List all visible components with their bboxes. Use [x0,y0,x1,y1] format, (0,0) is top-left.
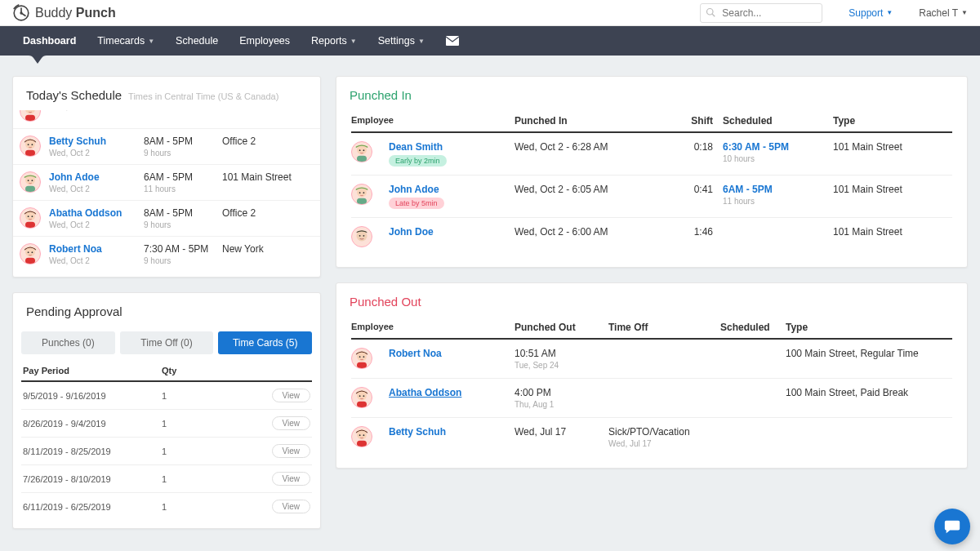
view-button[interactable]: View [272,389,311,402]
punch-type: 101 Main Street [833,226,952,238]
envelope-icon [446,36,459,46]
employee-link[interactable]: Abatha Oddson [49,207,144,219]
pending-row: 7/26/2019 - 8/10/2019 1 View [21,465,312,493]
schedule-date: Wed, Oct 2 [49,149,144,158]
pay-period: 8/11/2019 - 8/25/2019 [23,447,162,456]
view-button[interactable]: View [272,500,311,513]
logo[interactable]: Buddy Punch [12,4,116,22]
avatar [20,136,41,157]
qty: 1 [162,474,243,484]
nav-reports[interactable]: Reports▼ [301,26,368,56]
nav-employees[interactable]: Employees [229,26,301,56]
chevron-down-icon: ▼ [418,38,425,45]
nav-timecards[interactable]: Timecards▼ [87,26,165,56]
employee-link[interactable]: Betty Schuh [49,136,144,147]
pay-period: 8/26/2019 - 9/4/2019 [23,419,162,429]
schedule-hours: 9 hours [144,220,222,229]
user-menu[interactable]: Rachel T ▼ [919,7,968,19]
punch-type: 100 Main Street, Regular Time [786,348,952,359]
pending-row: 8/26/2019 - 9/4/2019 1 View [21,410,312,438]
avatar [351,184,372,205]
schedule-row: Robert Noa Wed, Oct 2 7:30 AM - 5PM 9 ho… [13,237,320,272]
search-input[interactable] [700,3,822,23]
schedule-row: Abatha Oddson Wed, Oct 2 8AM - 5PM 9 hou… [13,201,320,237]
tab-timeoff[interactable]: Time Off (0) [120,331,214,354]
punch-type: 101 Main Street [833,141,952,153]
col-punched-in: Punched In [514,115,678,127]
shift-duration: 0:18 [678,141,723,153]
scheduled-link[interactable]: 6:30 AM - 5PM [723,141,789,153]
schedule-hours: 10 hours [144,110,222,111]
schedule-row: Betty Schuh Wed, Oct 2 8AM - 5PM 9 hours… [13,129,320,165]
employee-link[interactable]: Robert Noa [49,243,144,255]
search-icon [706,7,715,20]
nav-messages[interactable] [435,26,470,56]
support-link[interactable]: Support ▼ [849,7,893,19]
avatar [351,426,372,447]
schedule-time: 8AM - 5PM [144,207,222,219]
punch-type: 100 Main Street, Paid Break [786,387,952,398]
col-employee: Employee [351,322,514,333]
employee-link[interactable]: Betty Schuh [389,426,446,438]
schedule-time: 8AM - 5PM [144,136,222,147]
chevron-down-icon: ▼ [961,9,968,16]
chat-button[interactable] [934,509,970,544]
avatar [351,226,372,247]
nav-settings[interactable]: Settings▼ [368,26,435,56]
pending-row: 6/11/2019 - 6/25/2019 1 View [21,493,312,520]
punched-out-row: Betty Schuh Wed, Jul 17 Sick/PTO/Vacatio… [351,418,952,456]
pending-row: 8/11/2019 - 8/25/2019 1 View [21,438,312,465]
punch-time: Wed, Oct 2 - 6:00 AM [514,226,678,238]
shift-duration: 1:46 [678,226,723,238]
employee-link[interactable]: Dean Smith [389,141,447,153]
clock-icon [12,4,30,22]
card-title: Punched In [350,88,412,102]
nav-bar: Dashboard Timecards▼ Schedule Employees … [0,26,980,56]
view-button[interactable]: View [272,472,311,486]
punched-out-row: Robert Noa 10:51 AM Tue, Sep 24 100 Main… [351,340,952,379]
qty: 1 [162,502,243,512]
employee-link[interactable]: Robert Noa [389,348,442,359]
schedule-row: John Adoe Wed, Oct 2 6AM - 5PM 11 hours … [13,165,320,201]
chevron-down-icon: ▼ [350,38,357,45]
status-badge: Late by 5min [389,198,444,209]
col-shift: Shift [678,115,723,127]
card-title: Punched Out [350,295,421,309]
card-subtitle: Times in Central Time (US & Canada) [128,91,278,101]
employee-link[interactable]: John Adoe [49,171,144,183]
scheduled-hours: 11 hours [723,197,833,206]
nav-dashboard[interactable]: Dashboard [12,26,87,56]
svg-line-14 [21,13,25,16]
employee-link[interactable]: John Doe [389,226,434,238]
avatar [351,348,372,369]
schedule-date: Wed, Oct 2 [49,110,144,111]
schedule-location: 101 Main Street [222,171,292,183]
qty: 1 [162,419,243,429]
view-button[interactable]: View [272,444,311,458]
nav-schedule[interactable]: Schedule [165,26,229,56]
pending-row: 9/5/2019 - 9/16/2019 1 View [21,382,312,410]
timeoff-date: Wed, Jul 17 [608,439,720,448]
schedule-hours: 11 hours [144,184,222,193]
punch-time: Wed, Jul 17 [514,426,608,438]
logo-text: Buddy Punch [35,6,116,20]
employee-link[interactable]: Abatha Oddson [389,387,461,398]
view-button[interactable]: View [272,416,311,430]
punched-out-row: Abatha Oddson 4:00 PM Thu, Aug 1 100 Mai… [351,379,952,418]
card-title: Today's Schedule [26,88,122,102]
scheduled-hours: 10 hours [723,154,833,163]
schedule-date: Wed, Oct 2 [49,256,144,265]
punched-out-card: Punched Out Employee Punched Out Time Of… [336,282,968,469]
nav-indicator [29,56,47,65]
svg-line-16 [713,14,715,16]
employee-link[interactable]: John Adoe [389,184,444,195]
pay-period: 7/26/2019 - 8/10/2019 [23,474,162,484]
scheduled-link[interactable]: 6AM - 5PM [723,184,773,195]
tab-punches[interactable]: Punches (0) [21,331,115,354]
avatar [20,243,41,264]
card-title: Pending Approval [26,304,122,318]
tab-timecards[interactable]: Time Cards (5) [218,331,312,354]
punch-time: 10:51 AM [514,348,608,359]
schedule-time: 7:30 AM - 5PM [144,243,222,255]
qty: 1 [162,391,243,401]
